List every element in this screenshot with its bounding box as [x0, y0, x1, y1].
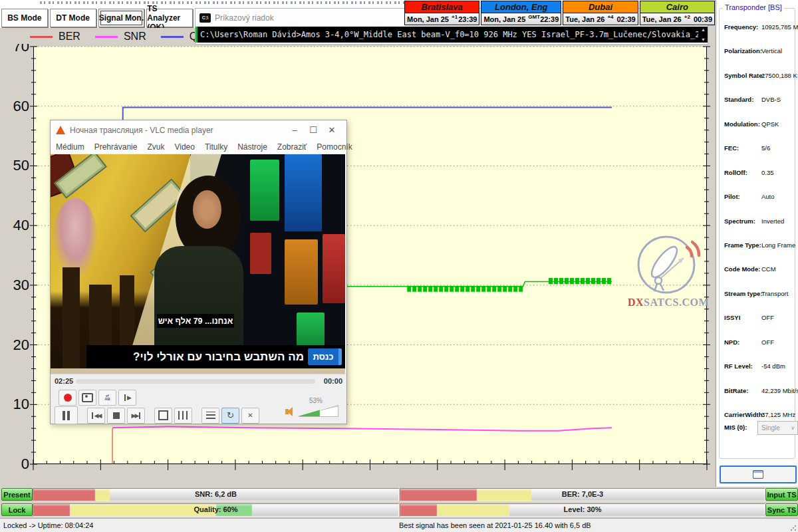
seek-bar[interactable]: [76, 379, 315, 384]
speaker-icon[interactable]: [285, 409, 289, 414]
next-icon: ▶▶: [132, 412, 141, 419]
y-tick-10: 10: [0, 396, 29, 412]
vlc-menubar: MédiumPrehrávanieZvukVideoTitulkyNástroj…: [51, 140, 346, 154]
frame-step-button[interactable]: ▶: [118, 390, 136, 406]
scroll-down-icon[interactable]: ▼: [701, 37, 706, 42]
transponder-row-polarization: Polarization:Vertical: [724, 47, 794, 56]
vlc-window: Ночная трансляция - VLC media player – ☐…: [50, 120, 347, 424]
transponder-row-label: Code Mode:: [724, 265, 760, 273]
cmd-cursor-strip: [196, 27, 198, 43]
transponder-groupbox: Transponder [BS] Frequency:10925,785 MHz…: [719, 8, 795, 459]
snr-meter: SNR: 6,2 dB: [33, 488, 399, 501]
minimize-button[interactable]: –: [285, 125, 304, 135]
vlc-titlebar[interactable]: Ночная трансляция - VLC media player – ☐…: [51, 120, 346, 140]
snr-meter-text: SNR: 6,2 dB: [33, 489, 398, 500]
transponder-row-bitrate: BitRate:42,239 Mbit/s: [724, 387, 794, 396]
present-indicator[interactable]: Present: [1, 488, 33, 501]
transponder-row-value: Transport: [761, 290, 788, 297]
clock-date: Tue, Jan 26: [565, 15, 604, 23]
fullscreen-icon: [158, 410, 168, 420]
transponder-row-spectrum: Spectrum:Inverted: [724, 217, 794, 226]
clock-time: 23:39: [458, 15, 477, 23]
menu-zvuk[interactable]: Zvuk: [147, 142, 164, 152]
tab-bs-mode[interactable]: BS Mode: [1, 9, 48, 27]
equalizer-button[interactable]: [174, 408, 192, 424]
fullscreen-button[interactable]: [154, 408, 172, 424]
transponder-row-label: FEC:: [724, 144, 739, 152]
transponder-row-value: 10925,785 MHz: [761, 23, 798, 31]
cmd-title: Príkazový riadok: [215, 13, 274, 23]
scroll-up-icon[interactable]: ▲: [701, 27, 706, 32]
transponder-row-code-mode: Code Mode:CCM: [724, 265, 794, 274]
menu-m-dium[interactable]: Médium: [56, 142, 84, 152]
previous-button[interactable]: ◀◀: [87, 408, 105, 424]
clock-utc-offset: GMT: [528, 14, 540, 20]
total-time: 00:00: [324, 377, 342, 385]
cmd-command-text: C:\Users\Roman Dávid>Amos 3-4,0°W_Middle…: [200, 27, 698, 43]
stop-button[interactable]: [107, 408, 125, 424]
lock-indicator[interactable]: Lock: [1, 503, 33, 516]
video-figure: [53, 198, 97, 278]
record-button[interactable]: [59, 390, 76, 406]
loop-button[interactable]: ↻: [221, 408, 239, 424]
maximize-button[interactable]: ☐: [304, 125, 323, 135]
menu-pomocn-k[interactable]: Pomocník: [317, 142, 352, 152]
playlist-button[interactable]: [201, 408, 219, 424]
mode-tabs: BS ModeDT ModeSignal Mon.TS Analyzer (OK…: [1, 9, 193, 27]
studio-screen: [323, 234, 345, 303]
menu-zobrazi[interactable]: Zobraziť: [277, 142, 307, 152]
studio-screen: [250, 160, 279, 221]
transponder-row-value: QPSK: [761, 120, 779, 128]
transponder-row-value: 5/6: [761, 144, 770, 152]
clipped-title-text-artifact: [40, 1, 412, 4]
close-button[interactable]: ✕: [323, 125, 341, 135]
tab-dt-mode[interactable]: DT Mode: [50, 9, 96, 27]
menu-prehr-vanie[interactable]: Prehrávanie: [94, 142, 138, 152]
legend-swatch: [30, 36, 53, 38]
menu-video[interactable]: Video: [174, 142, 194, 152]
tab-ts-analyzer-ok[interactable]: TS Analyzer (OK): [146, 9, 193, 27]
transponder-row-value: OFF: [761, 338, 774, 346]
clock-datetime: Tue, Jan 26+200:39: [640, 13, 715, 25]
pause-icon: [63, 411, 70, 420]
best-signal-status: Best signal has been seen at 2021-01-25 …: [399, 519, 591, 532]
studio-screen: [285, 239, 318, 305]
video-tower: [63, 267, 80, 374]
transponder-row-label: Polarization:: [724, 47, 762, 55]
menu-titulky[interactable]: Titulky: [205, 142, 227, 152]
volume-slider[interactable]: [297, 405, 338, 417]
volume-slider-fill: [298, 410, 320, 416]
transponder-row-rolloff: RollOff:0.35: [724, 169, 794, 178]
transponder-row-symbol-rate: Symbol Rate:27500,188 KS/s: [724, 72, 794, 80]
frame-step-icon: ▶: [124, 394, 130, 401]
resize-grip[interactable]: [790, 525, 797, 531]
ab-loop-button[interactable]: ⇄AB: [98, 390, 116, 406]
menu-n-stroje[interactable]: Nástroje: [237, 142, 267, 152]
transponder-row-value: Vertical: [761, 47, 782, 55]
clock-city: Bratislava: [404, 1, 479, 13]
clock-dubai: DubaiTue, Jan 26+402:39: [563, 1, 638, 27]
mis-select[interactable]: Single ∨: [757, 421, 798, 435]
stop-icon: [113, 412, 120, 419]
transponder-row-value: CCM: [761, 265, 776, 273]
ber-meter-text: BER: 7,0E-3: [400, 489, 765, 500]
next-button[interactable]: ▶▶: [127, 408, 145, 424]
legend-item-ber: BER: [30, 31, 80, 43]
sync-ts-indicator[interactable]: Sync TS: [765, 503, 798, 516]
clock-time: 22:39: [540, 15, 559, 23]
cmd-console[interactable]: C:\Users\Roman Dávid>Amos 3-4,0°W_Middle…: [196, 27, 708, 43]
previous-icon: ◀◀: [92, 412, 101, 419]
input-ts-indicator[interactable]: Input TS: [765, 488, 798, 501]
cmd-scrollbar[interactable]: ▲ ▼: [700, 27, 707, 42]
transponder-row-label: Symbol Rate:: [724, 72, 765, 79]
transponder-row-frequency: Frequency:10925,785 MHz: [724, 23, 794, 32]
transponder-row-label: ISSYI: [724, 314, 740, 321]
tab-signal-mon[interactable]: Signal Mon.: [98, 9, 145, 27]
pause-button[interactable]: [55, 406, 78, 424]
shuffle-button[interactable]: ✕: [241, 408, 259, 424]
y-tick-60: 60: [0, 98, 29, 114]
stream-record-button[interactable]: [720, 466, 797, 483]
volume-percent: 53%: [309, 397, 323, 404]
snapshot-button[interactable]: [78, 390, 96, 406]
transponder-row-value: -54 dBm: [761, 362, 785, 370]
